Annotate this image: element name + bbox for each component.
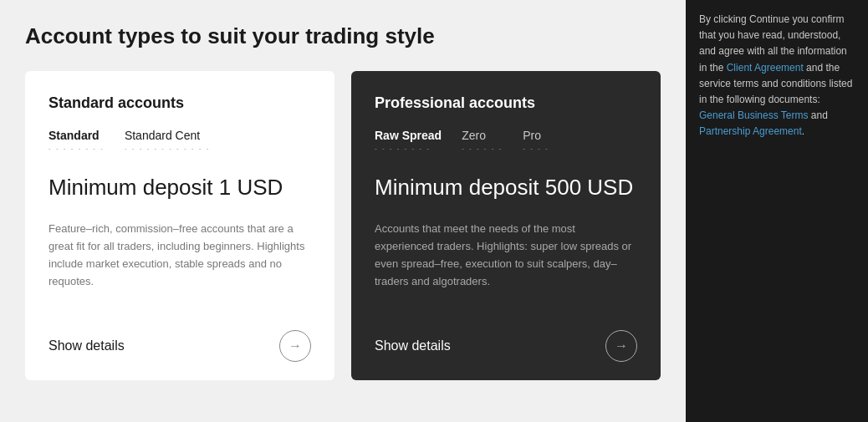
- standard-accounts-card: Standard accounts Standard - - - - - - -…: [25, 71, 334, 380]
- standard-card-heading: Standard accounts: [49, 94, 311, 112]
- tab-standard-cent-dots: - - - - - - - - - - - -: [125, 145, 210, 152]
- standard-min-deposit: Minimum deposit 1 USD: [49, 175, 311, 201]
- main-content: Account types to suit your trading style…: [0, 0, 686, 422]
- sidebar-link-client-agreement[interactable]: Client Agreement: [727, 62, 804, 74]
- tab-zero[interactable]: Zero - - - - - -: [462, 129, 503, 155]
- professional-min-deposit: Minimum deposit 500 USD: [375, 175, 637, 201]
- tab-standard-cent-label: Standard Cent: [125, 129, 200, 142]
- tab-zero-dots: - - - - - -: [462, 145, 503, 152]
- tab-standard-label: Standard: [49, 129, 100, 142]
- professional-show-details-label[interactable]: Show details: [375, 338, 451, 353]
- standard-show-details-label[interactable]: Show details: [49, 338, 125, 353]
- sidebar-link-partnership-agreement[interactable]: Partnership Agreement: [699, 125, 802, 137]
- standard-arrow-icon: →: [288, 338, 302, 353]
- sidebar-panel: By clicking Continue you confirm that yo…: [686, 0, 868, 422]
- standard-show-details-row: Show details →: [49, 330, 311, 362]
- tab-standard[interactable]: Standard - - - - - - - -: [49, 129, 105, 155]
- sidebar-text-end: .: [802, 125, 804, 137]
- professional-arrow-button[interactable]: →: [605, 330, 637, 362]
- tab-raw-spread-dots: - - - - - - - -: [375, 145, 431, 152]
- sidebar-text-middle2: and: [809, 109, 828, 121]
- tab-pro-label: Pro: [523, 129, 541, 142]
- tab-zero-label: Zero: [462, 129, 486, 142]
- tab-pro[interactable]: Pro - - - -: [523, 129, 549, 155]
- standard-tabs-row: Standard - - - - - - - - Standard Cent -…: [49, 129, 311, 156]
- tab-raw-spread-label: Raw Spread: [375, 129, 442, 142]
- cards-row: Standard accounts Standard - - - - - - -…: [25, 71, 661, 380]
- page-wrapper: Account types to suit your trading style…: [0, 0, 868, 422]
- standard-card-description: Feature–rich, commission–free accounts t…: [49, 221, 311, 307]
- tab-raw-spread[interactable]: Raw Spread - - - - - - - -: [375, 129, 442, 155]
- tab-standard-cent[interactable]: Standard Cent - - - - - - - - - - - -: [125, 129, 210, 155]
- professional-accounts-card: Professional accounts Raw Spread - - - -…: [351, 71, 661, 380]
- professional-card-description: Accounts that meet the needs of the most…: [375, 221, 637, 307]
- page-title: Account types to suit your trading style: [25, 23, 661, 49]
- tab-standard-dots: - - - - - - - -: [49, 145, 105, 152]
- professional-tabs-row: Raw Spread - - - - - - - - Zero - - - - …: [375, 129, 637, 156]
- standard-arrow-button[interactable]: →: [279, 330, 311, 362]
- professional-arrow-icon: →: [615, 338, 628, 353]
- sidebar-text: By clicking Continue you confirm that yo…: [699, 12, 855, 140]
- sidebar-link-general-business-terms[interactable]: General Business Terms: [699, 109, 809, 121]
- professional-card-heading: Professional accounts: [375, 94, 637, 112]
- professional-show-details-row: Show details →: [375, 330, 637, 362]
- tab-pro-dots: - - - -: [523, 145, 549, 152]
